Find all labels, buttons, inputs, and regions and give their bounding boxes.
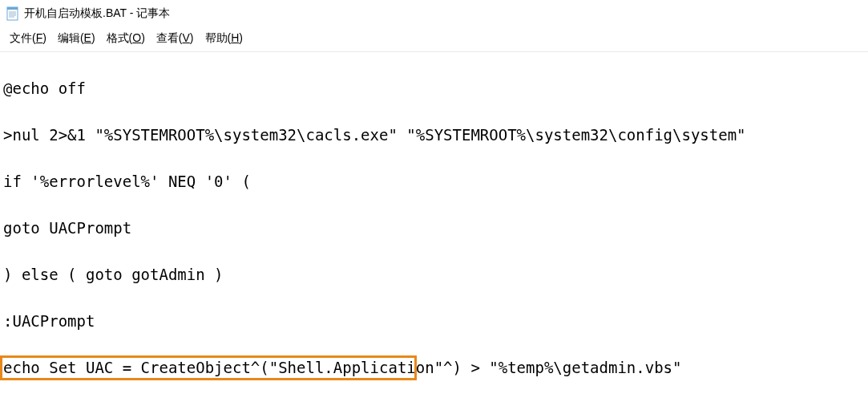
code-line: :UACPrompt: [3, 310, 865, 333]
code-line: ) else ( goto gotAdmin ): [3, 263, 865, 286]
code-line: goto UACPrompt: [3, 217, 865, 240]
menu-help[interactable]: 帮助(H): [200, 30, 248, 47]
svg-rect-1: [7, 7, 18, 10]
title-bar: 开机自启动模板.BAT - 记事本: [0, 0, 868, 27]
window-title: 开机自启动模板.BAT - 记事本: [24, 6, 170, 21]
code-line: @echo off: [3, 77, 865, 100]
text-editor-content[interactable]: @echo off >nul 2>&1 "%SYSTEMROOT%\system…: [0, 51, 868, 402]
menu-file[interactable]: 文件(F): [5, 30, 51, 47]
notepad-icon: [6, 6, 19, 21]
menu-format[interactable]: 格式(O): [102, 30, 150, 47]
code-line: if '%errorlevel%' NEQ '0' (: [3, 170, 865, 193]
code-line: >nul 2>&1 "%SYSTEMROOT%\system32\cacls.e…: [3, 124, 865, 147]
menu-edit[interactable]: 编辑(E): [53, 30, 100, 47]
menu-view[interactable]: 查看(V): [151, 30, 199, 47]
menu-bar: 文件(F) 编辑(E) 格式(O) 查看(V) 帮助(H): [0, 27, 868, 51]
code-line: echo Set UAC = CreateObject^("Shell.Appl…: [3, 356, 865, 380]
